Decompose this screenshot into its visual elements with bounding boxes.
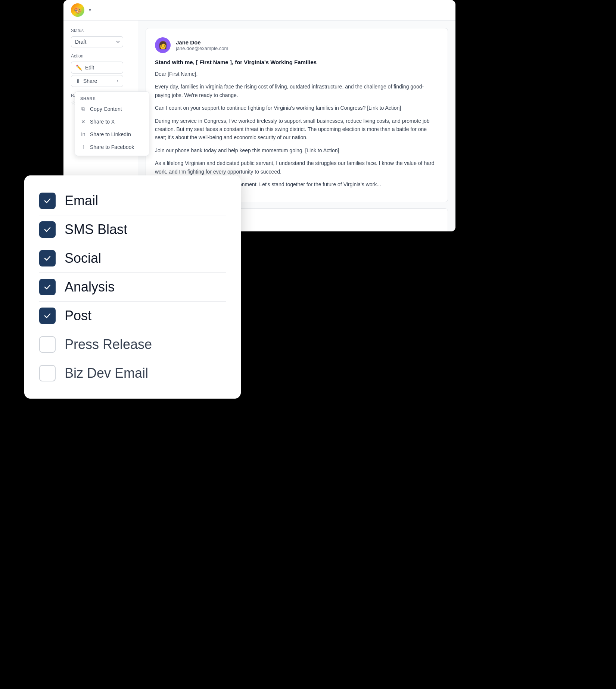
sender-info: Jane Doe jane.doe@example.com (176, 39, 228, 51)
checklist-item-press-release[interactable]: Press Release (39, 330, 226, 359)
checklist-label-post: Post (65, 308, 91, 324)
email-greeting: Dear [First Name], (155, 70, 439, 78)
app-header: 🎨 ▾ (63, 0, 455, 21)
avatar: 👩 (155, 37, 171, 53)
email-para-4: Join our phone bank today and help keep … (155, 146, 439, 155)
checklist-item-biz-dev[interactable]: Biz Dev Email (39, 359, 226, 387)
checklist-label-sms: SMS Blast (65, 222, 127, 237)
action-label: Action (71, 53, 130, 59)
dropdown-header: SHARE (75, 94, 149, 102)
checklist-item-social[interactable]: Social (39, 244, 226, 272)
linkedin-icon: in (80, 131, 86, 137)
checklist-item-email[interactable]: Email (39, 187, 226, 215)
app-logo: 🎨 (71, 3, 84, 17)
sender-email: jane.doe@example.com (176, 46, 228, 51)
checkbox-sms[interactable] (39, 221, 56, 238)
checklist-modal: Email SMS Blast Social Analysis (24, 175, 241, 399)
logo-icon: 🎨 (74, 7, 81, 14)
email-subject: Stand with me, [ First Name ], for Virgi… (155, 59, 439, 65)
check-icon (43, 283, 52, 291)
checkbox-social[interactable] (39, 250, 56, 266)
copy-icon: ⧉ (80, 106, 86, 112)
edit-icon: ✏️ (76, 65, 82, 71)
edit-button[interactable]: ✏️ Edit (71, 62, 123, 74)
chevron-right-icon: › (117, 78, 118, 84)
email-para-3: During my service in Congress, I've work… (155, 117, 439, 142)
share-x-item[interactable]: ✕ Share to X (75, 115, 149, 128)
email-para-5: As a lifelong Virginian and dedicated pu… (155, 159, 439, 176)
checkbox-biz-dev[interactable] (39, 365, 56, 381)
email-body: Dear [First Name], Every day, families i… (155, 70, 439, 188)
checkbox-post[interactable] (39, 308, 56, 324)
checklist-label-email: Email (65, 193, 98, 209)
checklist-item-analysis[interactable]: Analysis (39, 273, 226, 301)
status-label: Status (71, 28, 130, 33)
checkbox-analysis[interactable] (39, 279, 56, 295)
share-button[interactable]: ⬆ Share › (71, 75, 123, 87)
check-icon (43, 312, 52, 320)
email-header: 👩 Jane Doe jane.doe@example.com (155, 37, 439, 53)
checkbox-email[interactable] (39, 193, 56, 209)
facebook-icon: f (80, 144, 86, 150)
share-dropdown: SHARE ⧉ Copy Content ✕ Share to X in Sha… (75, 91, 149, 156)
checklist-label-social: Social (65, 250, 101, 266)
check-icon (43, 254, 52, 262)
checklist-label-press-release: Press Release (65, 337, 152, 352)
share-linkedin-item[interactable]: in Share to LinkedIn (75, 128, 149, 141)
sender-name: Jane Doe (176, 39, 228, 46)
checkbox-press-release[interactable] (39, 336, 56, 353)
checklist-item-post[interactable]: Post (39, 302, 226, 330)
checklist-item-sms[interactable]: SMS Blast (39, 215, 226, 244)
share-facebook-item[interactable]: f Share to Facebook (75, 141, 149, 153)
x-icon: ✕ (80, 119, 86, 125)
status-select[interactable]: Draft (71, 36, 123, 47)
email-para-2: Can I count on your support to continue … (155, 104, 439, 112)
check-icon (43, 197, 52, 205)
checklist-label-analysis: Analysis (65, 279, 115, 295)
checklist-label-biz-dev: Biz Dev Email (65, 365, 148, 381)
header-chevron-icon[interactable]: ▾ (89, 7, 91, 13)
check-icon (43, 225, 52, 234)
email-para-1: Every day, families in Virginia face the… (155, 82, 439, 99)
copy-content-item[interactable]: ⧉ Copy Content (75, 102, 149, 115)
share-icon: ⬆ (76, 78, 80, 84)
